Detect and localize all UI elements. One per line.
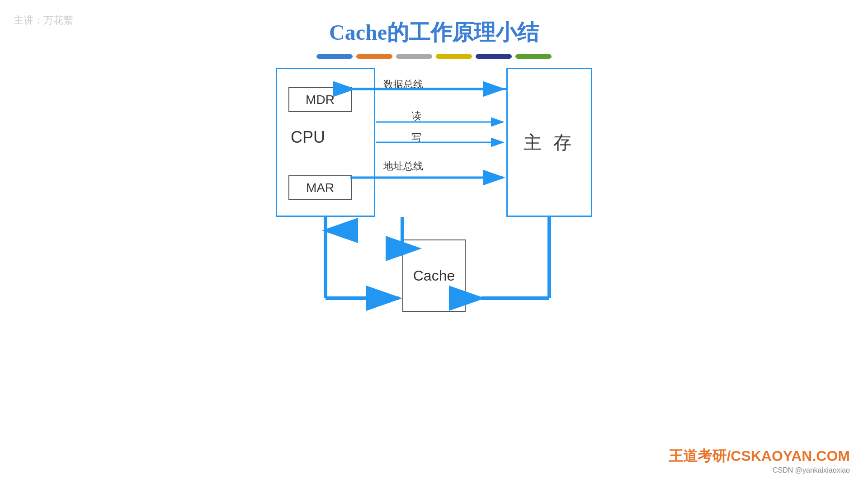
watermark-sub: CSDN @yankaixiaoxiao xyxy=(669,466,850,474)
mdr-label: MDR xyxy=(306,93,335,107)
data-bus-label: 数据总线 xyxy=(383,78,423,91)
watermark-main: 王道考研/CSKAOYAN.COM xyxy=(669,446,850,466)
diagram-container: MDR CPU MAR 主 存 Cache 数据总线 读 写 地址总线 xyxy=(276,59,592,321)
color-swatch-2 xyxy=(356,54,392,59)
cache-label: Cache xyxy=(413,267,455,284)
memory-box: 主 存 xyxy=(506,68,592,217)
page-title: Cache的工作原理小结 xyxy=(0,0,868,47)
addr-bus-label: 地址总线 xyxy=(383,160,423,173)
color-bar xyxy=(0,54,868,59)
watermark-top: 主讲：万花繁 xyxy=(14,14,73,27)
mdr-box: MDR xyxy=(288,87,352,112)
color-swatch-3 xyxy=(396,54,432,59)
mar-label: MAR xyxy=(306,181,334,195)
memory-label: 主 存 xyxy=(524,130,575,155)
color-swatch-6 xyxy=(515,54,552,59)
cpu-label: CPU xyxy=(291,128,325,147)
read-label: 读 xyxy=(411,109,421,123)
write-label: 写 xyxy=(411,131,421,145)
color-swatch-5 xyxy=(476,54,512,59)
watermark-bottom: 王道考研/CSKAOYAN.COM CSDN @yankaixiaoxiao xyxy=(669,446,850,474)
color-swatch-4 xyxy=(436,54,472,59)
mar-box: MAR xyxy=(288,175,352,200)
cpu-box: MDR CPU MAR xyxy=(276,68,375,217)
cache-box: Cache xyxy=(402,239,466,312)
color-swatch-1 xyxy=(316,54,353,59)
